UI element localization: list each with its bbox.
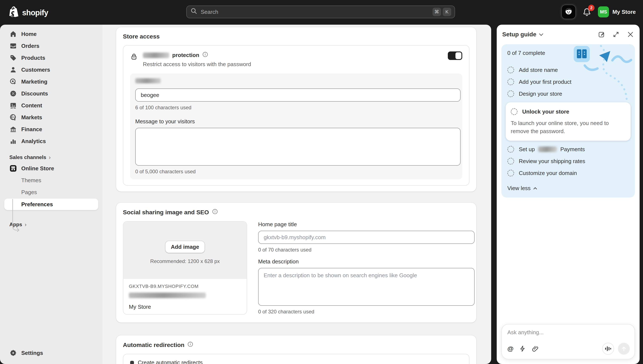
meta-description-label: Meta description	[258, 258, 474, 265]
preview-domain: GKXTVB-B9.MYSHOPIFY.COM	[129, 284, 241, 289]
sidekick-button[interactable]	[561, 5, 576, 19]
incomplete-step-icon	[507, 90, 514, 97]
redirect-item-icon	[130, 361, 134, 364]
visitor-message-textarea[interactable]	[135, 128, 460, 166]
password-protection-box: protection Restrict access to visitors w…	[123, 45, 470, 186]
sales-channels-header[interactable]: Sales channels ›	[0, 152, 102, 162]
search-input[interactable]: Search ⌘ K	[186, 6, 455, 18]
incomplete-step-icon	[507, 158, 514, 164]
close-icon[interactable]	[627, 31, 634, 38]
lock-icon	[130, 53, 138, 62]
incomplete-step-icon	[507, 78, 514, 85]
edit-icon[interactable]	[598, 31, 605, 38]
ask-anything-bar[interactable]: Ask anything... @	[502, 324, 635, 359]
redacted-password-label	[135, 78, 161, 83]
sidebar-item-themes[interactable]: Themes	[0, 174, 102, 186]
bell-icon	[582, 10, 592, 18]
sidebar-item-preferences[interactable]: Preferences	[4, 198, 98, 210]
sidebar-item-home[interactable]: Home	[0, 28, 102, 40]
main-content: Store access protection	[102, 25, 491, 364]
sidebar-item-customers[interactable]: Customers	[0, 64, 102, 76]
recommended-size-text: Recommended: 1200 x 628 px	[150, 258, 220, 264]
gear-icon	[9, 349, 17, 357]
lightning-icon[interactable]	[519, 345, 526, 352]
home-page-title-input[interactable]	[258, 231, 474, 244]
store-access-heading: Store access	[123, 33, 470, 40]
password-fields-pane: 6 of 100 characters used Message to your…	[130, 74, 462, 179]
sidebar-item-markets[interactable]: $ Markets	[0, 112, 102, 123]
setup-guide-title: Setup guide	[502, 31, 536, 38]
password-input[interactable]	[135, 88, 460, 102]
svg-text:$: $	[14, 117, 16, 121]
tree-connector-line	[12, 199, 18, 230]
store-access-card: Store access protection	[116, 27, 476, 192]
automatic-redirection-card: Automatic redirection Create automatic r…	[116, 335, 476, 364]
guide-item-add-first-product[interactable]: Add your first product	[507, 76, 629, 88]
guide-item-setup-payments[interactable]: Set up Payments	[507, 143, 629, 155]
sidebar-item-analytics[interactable]: Analytics	[0, 135, 102, 147]
redacted-password-word	[143, 52, 169, 58]
chevron-up-icon	[534, 187, 537, 191]
preview-store-name: My Store	[129, 304, 241, 310]
incomplete-step-icon	[511, 108, 518, 115]
search-placeholder: Search	[201, 9, 431, 15]
sidebar-item-online-store[interactable]: Online Store	[0, 162, 102, 174]
expand-icon[interactable]	[612, 31, 620, 38]
guide-item-review-shipping-rates[interactable]: Review your shipping rates	[507, 155, 629, 167]
redirect-item-label: Create automatic redirects	[138, 359, 203, 364]
send-button[interactable]	[618, 343, 630, 355]
shopify-admin-window: shopify Search ⌘ K	[0, 0, 643, 364]
store-avatar: MS	[598, 6, 609, 18]
discount-icon	[9, 90, 17, 98]
password-counter: 6 of 100 characters used	[135, 104, 457, 110]
social-image-dropzone: Add image Recommended: 1200 x 628 px	[123, 222, 247, 279]
shopify-logo[interactable]: shopify	[8, 6, 48, 20]
bank-icon	[9, 126, 17, 133]
incomplete-step-icon	[507, 146, 514, 153]
shopify-bag-icon	[8, 6, 19, 20]
target-icon	[9, 78, 17, 86]
seo-heading: Social sharing image and SEO	[123, 209, 209, 216]
guide-item-unlock-your-store[interactable]: Unlock your store To launch your online …	[506, 102, 631, 141]
voice-input-button[interactable]	[602, 343, 614, 355]
protection-description: Restrict access to visitors with the pas…	[143, 61, 448, 68]
password-protection-toggle[interactable]	[448, 52, 462, 60]
guide-item-add-store-name[interactable]: Add store name	[507, 64, 629, 76]
sidebar-item-marketing[interactable]: Marketing	[0, 76, 102, 88]
sidebar-item-pages[interactable]: Pages	[0, 186, 102, 198]
person-icon	[9, 66, 17, 74]
seo-card: Social sharing image and SEO Add image R…	[116, 202, 476, 322]
attachment-icon[interactable]	[532, 345, 539, 352]
chevron-down-icon[interactable]	[539, 32, 543, 36]
redacted-payments-provider	[538, 146, 557, 152]
image-icon	[9, 102, 17, 109]
mention-icon[interactable]: @	[507, 345, 514, 352]
guide-item-design-your-store[interactable]: Design your store	[507, 88, 629, 100]
sidebar-item-discounts[interactable]: Discounts	[0, 88, 102, 100]
setup-progress-text: 0 of 7 complete	[507, 50, 629, 56]
chevron-right-icon: ›	[25, 222, 26, 227]
sidekick-face-icon	[564, 7, 573, 17]
sidebar-item-finance[interactable]: Finance	[0, 123, 102, 135]
sidebar-nav: Home Orders Products Customers Marketing…	[0, 25, 102, 147]
sidebar-item-content[interactable]: Content	[0, 100, 102, 112]
guide-item-customize-domain[interactable]: Customize your domain	[507, 167, 629, 179]
bar-chart-icon	[9, 137, 17, 145]
sidebar: Home Orders Products Customers Marketing…	[0, 25, 102, 364]
sidebar-item-settings[interactable]: Settings	[0, 347, 102, 359]
setup-guide-card: 0 of 7 complete Add store name Add your …	[502, 44, 635, 198]
meta-description-textarea[interactable]	[258, 268, 474, 306]
ask-anything-placeholder: Ask anything...	[507, 329, 629, 336]
setup-guide-panel: Setup guide	[497, 25, 640, 364]
add-image-button[interactable]: Add image	[166, 241, 205, 253]
sidebar-item-products[interactable]: Products	[0, 52, 102, 64]
view-less-button[interactable]: View less	[507, 185, 629, 192]
tag-icon	[9, 54, 17, 62]
info-icon	[212, 208, 218, 216]
store-menu-button[interactable]: MS My Store	[598, 6, 636, 18]
info-icon	[187, 341, 193, 349]
sidebar-item-orders[interactable]: Orders	[0, 40, 102, 52]
notifications-button[interactable]: 2	[582, 7, 592, 16]
arrow-up-icon	[620, 345, 628, 352]
home-page-title-counter: 0 of 70 characters used	[258, 247, 474, 253]
